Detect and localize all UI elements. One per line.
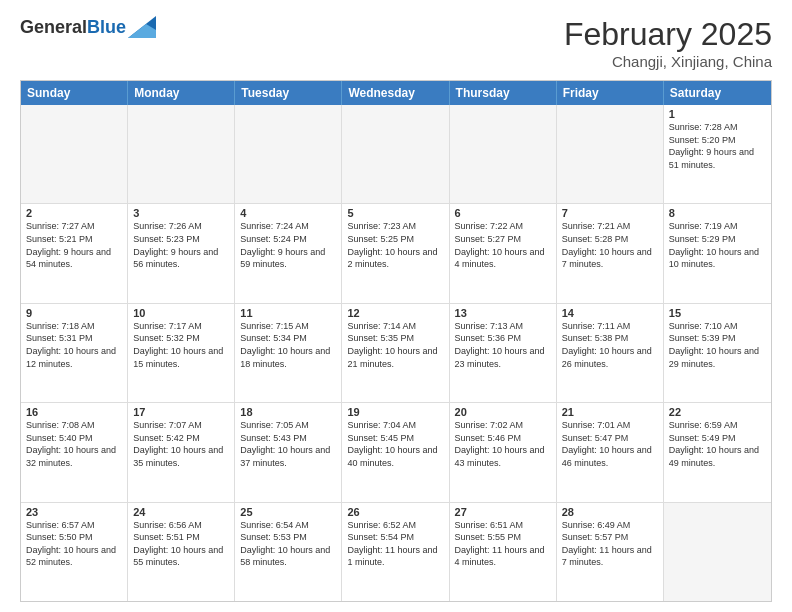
day-number: 13 [455, 307, 551, 319]
day-info: Sunrise: 7:04 AM Sunset: 5:45 PM Dayligh… [347, 419, 443, 469]
day-number: 23 [26, 506, 122, 518]
calendar-body: 1Sunrise: 7:28 AM Sunset: 5:20 PM Daylig… [21, 105, 771, 601]
cal-cell-5: 5Sunrise: 7:23 AM Sunset: 5:25 PM Daylig… [342, 204, 449, 302]
day-info: Sunrise: 6:49 AM Sunset: 5:57 PM Dayligh… [562, 519, 658, 569]
page: GeneralBlue February 2025 Changji, Xinji… [0, 0, 792, 612]
cal-cell-23: 23Sunrise: 6:57 AM Sunset: 5:50 PM Dayli… [21, 503, 128, 601]
cal-cell-16: 16Sunrise: 7:08 AM Sunset: 5:40 PM Dayli… [21, 403, 128, 501]
day-number: 27 [455, 506, 551, 518]
cal-header-friday: Friday [557, 81, 664, 105]
day-number: 8 [669, 207, 766, 219]
day-info: Sunrise: 6:54 AM Sunset: 5:53 PM Dayligh… [240, 519, 336, 569]
cal-cell-21: 21Sunrise: 7:01 AM Sunset: 5:47 PM Dayli… [557, 403, 664, 501]
day-number: 10 [133, 307, 229, 319]
cal-header-thursday: Thursday [450, 81, 557, 105]
day-number: 15 [669, 307, 766, 319]
calendar-header-row: SundayMondayTuesdayWednesdayThursdayFrid… [21, 81, 771, 105]
cal-week-2: 9Sunrise: 7:18 AM Sunset: 5:31 PM Daylig… [21, 304, 771, 403]
cal-cell-12: 12Sunrise: 7:14 AM Sunset: 5:35 PM Dayli… [342, 304, 449, 402]
day-info: Sunrise: 7:02 AM Sunset: 5:46 PM Dayligh… [455, 419, 551, 469]
cal-cell-empty [450, 105, 557, 203]
day-number: 3 [133, 207, 229, 219]
cal-cell-26: 26Sunrise: 6:52 AM Sunset: 5:54 PM Dayli… [342, 503, 449, 601]
cal-cell-8: 8Sunrise: 7:19 AM Sunset: 5:29 PM Daylig… [664, 204, 771, 302]
cal-cell-11: 11Sunrise: 7:15 AM Sunset: 5:34 PM Dayli… [235, 304, 342, 402]
day-info: Sunrise: 7:07 AM Sunset: 5:42 PM Dayligh… [133, 419, 229, 469]
cal-cell-19: 19Sunrise: 7:04 AM Sunset: 5:45 PM Dayli… [342, 403, 449, 501]
day-info: Sunrise: 7:17 AM Sunset: 5:32 PM Dayligh… [133, 320, 229, 370]
day-number: 11 [240, 307, 336, 319]
calendar: SundayMondayTuesdayWednesdayThursdayFrid… [20, 80, 772, 602]
day-info: Sunrise: 6:51 AM Sunset: 5:55 PM Dayligh… [455, 519, 551, 569]
cal-cell-empty [664, 503, 771, 601]
day-number: 1 [669, 108, 766, 120]
logo-general: GeneralBlue [20, 18, 126, 36]
day-info: Sunrise: 7:11 AM Sunset: 5:38 PM Dayligh… [562, 320, 658, 370]
day-info: Sunrise: 7:05 AM Sunset: 5:43 PM Dayligh… [240, 419, 336, 469]
cal-cell-13: 13Sunrise: 7:13 AM Sunset: 5:36 PM Dayli… [450, 304, 557, 402]
day-info: Sunrise: 7:27 AM Sunset: 5:21 PM Dayligh… [26, 220, 122, 270]
day-info: Sunrise: 6:59 AM Sunset: 5:49 PM Dayligh… [669, 419, 766, 469]
cal-week-3: 16Sunrise: 7:08 AM Sunset: 5:40 PM Dayli… [21, 403, 771, 502]
day-number: 12 [347, 307, 443, 319]
day-number: 25 [240, 506, 336, 518]
day-info: Sunrise: 7:13 AM Sunset: 5:36 PM Dayligh… [455, 320, 551, 370]
cal-week-4: 23Sunrise: 6:57 AM Sunset: 5:50 PM Dayli… [21, 503, 771, 601]
cal-cell-3: 3Sunrise: 7:26 AM Sunset: 5:23 PM Daylig… [128, 204, 235, 302]
day-number: 28 [562, 506, 658, 518]
cal-cell-15: 15Sunrise: 7:10 AM Sunset: 5:39 PM Dayli… [664, 304, 771, 402]
month-year: February 2025 [564, 16, 772, 53]
cal-cell-20: 20Sunrise: 7:02 AM Sunset: 5:46 PM Dayli… [450, 403, 557, 501]
day-number: 20 [455, 406, 551, 418]
day-number: 2 [26, 207, 122, 219]
day-info: Sunrise: 7:01 AM Sunset: 5:47 PM Dayligh… [562, 419, 658, 469]
cal-header-wednesday: Wednesday [342, 81, 449, 105]
cal-cell-empty [342, 105, 449, 203]
day-number: 9 [26, 307, 122, 319]
day-info: Sunrise: 7:19 AM Sunset: 5:29 PM Dayligh… [669, 220, 766, 270]
header: GeneralBlue February 2025 Changji, Xinji… [20, 16, 772, 70]
day-number: 24 [133, 506, 229, 518]
day-info: Sunrise: 7:24 AM Sunset: 5:24 PM Dayligh… [240, 220, 336, 270]
cal-cell-7: 7Sunrise: 7:21 AM Sunset: 5:28 PM Daylig… [557, 204, 664, 302]
day-number: 6 [455, 207, 551, 219]
location: Changji, Xinjiang, China [564, 53, 772, 70]
cal-cell-1: 1Sunrise: 7:28 AM Sunset: 5:20 PM Daylig… [664, 105, 771, 203]
cal-cell-28: 28Sunrise: 6:49 AM Sunset: 5:57 PM Dayli… [557, 503, 664, 601]
cal-cell-14: 14Sunrise: 7:11 AM Sunset: 5:38 PM Dayli… [557, 304, 664, 402]
day-number: 16 [26, 406, 122, 418]
logo: GeneralBlue [20, 16, 156, 38]
day-info: Sunrise: 7:21 AM Sunset: 5:28 PM Dayligh… [562, 220, 658, 270]
day-number: 26 [347, 506, 443, 518]
day-info: Sunrise: 7:28 AM Sunset: 5:20 PM Dayligh… [669, 121, 766, 171]
day-info: Sunrise: 6:56 AM Sunset: 5:51 PM Dayligh… [133, 519, 229, 569]
cal-cell-10: 10Sunrise: 7:17 AM Sunset: 5:32 PM Dayli… [128, 304, 235, 402]
cal-header-sunday: Sunday [21, 81, 128, 105]
day-number: 17 [133, 406, 229, 418]
cal-cell-empty [235, 105, 342, 203]
cal-header-tuesday: Tuesday [235, 81, 342, 105]
day-number: 7 [562, 207, 658, 219]
cal-header-saturday: Saturday [664, 81, 771, 105]
cal-cell-24: 24Sunrise: 6:56 AM Sunset: 5:51 PM Dayli… [128, 503, 235, 601]
cal-cell-22: 22Sunrise: 6:59 AM Sunset: 5:49 PM Dayli… [664, 403, 771, 501]
cal-cell-25: 25Sunrise: 6:54 AM Sunset: 5:53 PM Dayli… [235, 503, 342, 601]
day-info: Sunrise: 7:10 AM Sunset: 5:39 PM Dayligh… [669, 320, 766, 370]
day-number: 5 [347, 207, 443, 219]
cal-cell-27: 27Sunrise: 6:51 AM Sunset: 5:55 PM Dayli… [450, 503, 557, 601]
cal-cell-9: 9Sunrise: 7:18 AM Sunset: 5:31 PM Daylig… [21, 304, 128, 402]
day-info: Sunrise: 6:52 AM Sunset: 5:54 PM Dayligh… [347, 519, 443, 569]
cal-cell-empty [21, 105, 128, 203]
day-info: Sunrise: 7:14 AM Sunset: 5:35 PM Dayligh… [347, 320, 443, 370]
day-number: 21 [562, 406, 658, 418]
cal-cell-2: 2Sunrise: 7:27 AM Sunset: 5:21 PM Daylig… [21, 204, 128, 302]
logo-icon [128, 16, 156, 38]
day-info: Sunrise: 7:26 AM Sunset: 5:23 PM Dayligh… [133, 220, 229, 270]
day-info: Sunrise: 7:15 AM Sunset: 5:34 PM Dayligh… [240, 320, 336, 370]
cal-week-1: 2Sunrise: 7:27 AM Sunset: 5:21 PM Daylig… [21, 204, 771, 303]
day-info: Sunrise: 7:22 AM Sunset: 5:27 PM Dayligh… [455, 220, 551, 270]
day-number: 22 [669, 406, 766, 418]
cal-cell-4: 4Sunrise: 7:24 AM Sunset: 5:24 PM Daylig… [235, 204, 342, 302]
day-info: Sunrise: 7:18 AM Sunset: 5:31 PM Dayligh… [26, 320, 122, 370]
day-number: 4 [240, 207, 336, 219]
